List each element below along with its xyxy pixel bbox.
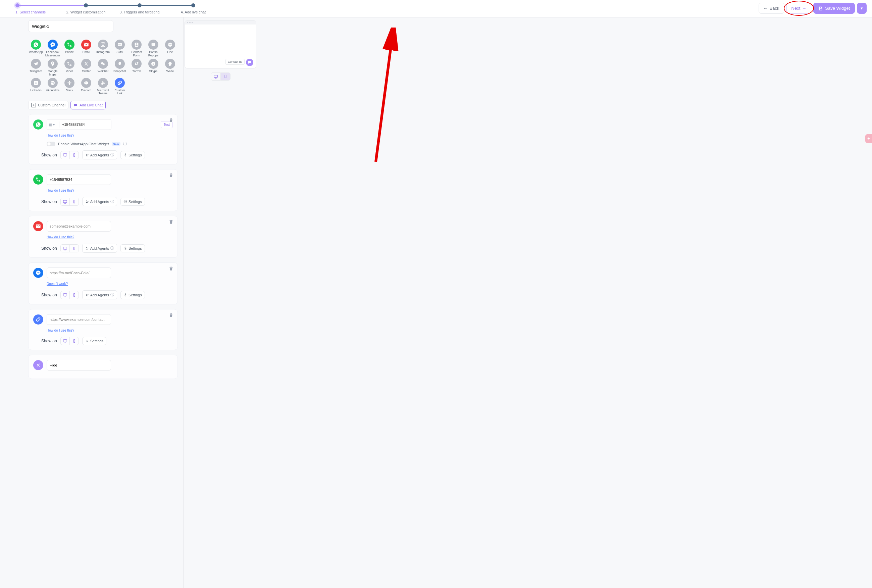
- device-toggle[interactable]: [60, 337, 79, 345]
- add-live-chat-chip[interactable]: Add Live Chat: [70, 100, 106, 110]
- step-1[interactable]: 1. Select channels: [5, 3, 59, 17]
- save-widget-dropdown[interactable]: ▾: [857, 3, 867, 14]
- doesnt-work-link[interactable]: Doesn't work?: [46, 282, 68, 286]
- channel-vk[interactable]: Vkontakte: [45, 78, 60, 96]
- delete-button[interactable]: [169, 266, 174, 272]
- settings-button[interactable]: Settings: [82, 337, 107, 345]
- whatsapp-number-input[interactable]: [59, 123, 111, 126]
- email-field[interactable]: [46, 221, 111, 232]
- show-on-label: Show on: [41, 200, 57, 204]
- skype-icon: [148, 59, 158, 69]
- desktop-icon[interactable]: [61, 337, 69, 345]
- delete-button[interactable]: [169, 219, 174, 225]
- preview-desktop-tab[interactable]: [211, 72, 221, 81]
- preview-contact-pill: Contact us: [225, 59, 244, 65]
- settings-button[interactable]: Settings: [120, 291, 145, 299]
- channel-tiktok[interactable]: TikTok: [129, 59, 144, 76]
- channel-poptin[interactable]: Poptin Popups: [145, 40, 161, 57]
- whatsapp-number-field[interactable]: ▦ ▾: [46, 119, 111, 130]
- step-4[interactable]: 4. Add live chat: [166, 3, 220, 17]
- country-flag-picker[interactable]: ▦ ▾: [47, 122, 59, 128]
- widget-preview: Contact us: [184, 20, 256, 69]
- phone-number-field[interactable]: [46, 174, 111, 185]
- desktop-icon[interactable]: [61, 152, 69, 159]
- mobile-icon[interactable]: [69, 244, 78, 252]
- device-toggle[interactable]: [60, 291, 79, 299]
- mobile-icon[interactable]: [69, 152, 78, 159]
- channel-custom[interactable]: Custom Link: [112, 78, 127, 96]
- channel-contact[interactable]: Contact Form: [129, 40, 144, 57]
- step-2[interactable]: 2. Widget customization: [59, 3, 113, 17]
- channel-phone[interactable]: Phone: [62, 40, 77, 57]
- widget-name-input[interactable]: [28, 20, 113, 32]
- delete-button[interactable]: [169, 118, 174, 123]
- delete-button[interactable]: [169, 313, 174, 318]
- whatsapp-card: ▦ ▾ Test How do I use this? Enable Whats…: [28, 114, 178, 165]
- how-use-link[interactable]: How do I use this?: [46, 328, 74, 332]
- add-agents-button[interactable]: Add Agents ⓘ: [82, 290, 117, 299]
- mobile-icon[interactable]: [69, 198, 78, 206]
- discord-icon: [81, 78, 91, 88]
- phone-number-input[interactable]: [47, 177, 111, 182]
- device-toggle[interactable]: [60, 244, 79, 252]
- twitter-icon: [81, 59, 91, 69]
- channel-discord[interactable]: Discord: [78, 78, 94, 96]
- custom-channel-chip[interactable]: +Custom Channel: [28, 100, 69, 110]
- channel-waze[interactable]: Waze: [162, 59, 178, 76]
- back-button[interactable]: ←Back: [759, 3, 784, 14]
- channel-gmaps[interactable]: Google Maps: [45, 59, 60, 76]
- desktop-icon[interactable]: [61, 291, 69, 299]
- channel-wechat[interactable]: WeChat: [95, 59, 111, 76]
- desktop-icon[interactable]: [61, 198, 69, 206]
- settings-button[interactable]: Settings: [120, 244, 145, 252]
- messenger-field[interactable]: [46, 267, 111, 278]
- how-use-link[interactable]: How do I use this?: [46, 235, 74, 239]
- channel-viber[interactable]: Viber: [62, 59, 77, 76]
- channel-telegram[interactable]: Telegram: [28, 59, 43, 76]
- next-button[interactable]: Next→: [787, 3, 812, 14]
- wa-chat-toggle[interactable]: [46, 142, 55, 146]
- desktop-icon[interactable]: [61, 244, 69, 252]
- email-input[interactable]: [47, 224, 111, 228]
- channel-email[interactable]: Email: [78, 40, 94, 57]
- customlink-field[interactable]: [46, 314, 111, 325]
- hide-input[interactable]: [47, 363, 111, 367]
- delete-button[interactable]: [169, 173, 174, 178]
- channel-slack[interactable]: Slack: [62, 78, 77, 96]
- mobile-icon[interactable]: [69, 337, 78, 345]
- channel-linkedin[interactable]: Linkedin: [28, 78, 43, 96]
- channel-line[interactable]: Line: [162, 40, 178, 57]
- device-toggle[interactable]: [60, 198, 79, 206]
- customlink-input[interactable]: [47, 318, 111, 321]
- messenger-input[interactable]: [47, 271, 111, 275]
- add-agents-button[interactable]: Add Agents ⓘ: [82, 150, 117, 159]
- how-use-link[interactable]: How do I use this?: [46, 189, 74, 192]
- hide-field[interactable]: [46, 360, 111, 370]
- custom-icon: [115, 78, 125, 88]
- svg-line-39: [376, 34, 393, 162]
- add-agents-button[interactable]: Add Agents ⓘ: [82, 244, 117, 253]
- link-icon: [33, 315, 43, 324]
- channel-messenger[interactable]: Facebook Messenger: [45, 40, 60, 57]
- how-use-link[interactable]: How do I use this?: [46, 134, 74, 137]
- tiktok-icon: [132, 59, 142, 69]
- save-icon: [818, 6, 823, 11]
- channel-teams[interactable]: Microsoft Teams: [95, 78, 111, 96]
- channel-skype[interactable]: Skype: [145, 59, 161, 76]
- save-widget-button[interactable]: Save Widget: [813, 3, 855, 14]
- mobile-icon[interactable]: [69, 291, 78, 299]
- add-agents-button[interactable]: Add Agents ⓘ: [82, 197, 117, 206]
- channel-instagram[interactable]: Instagram: [95, 40, 111, 57]
- device-toggle[interactable]: [60, 151, 79, 159]
- channel-sms[interactable]: SMS: [112, 40, 127, 57]
- settings-button[interactable]: Settings: [120, 198, 145, 206]
- channel-snapchat[interactable]: Snapchat: [112, 59, 127, 76]
- line-icon: [165, 40, 175, 50]
- channel-twitter[interactable]: Twitter: [78, 59, 94, 76]
- info-icon[interactable]: ⓘ: [123, 141, 127, 146]
- preview-mobile-tab[interactable]: [221, 72, 231, 81]
- settings-button[interactable]: Settings: [120, 151, 145, 159]
- step-3[interactable]: 3. Triggers and targeting: [113, 3, 166, 17]
- side-badge[interactable]: ✦: [865, 134, 872, 143]
- channel-whatsapp[interactable]: WhatsApp: [28, 40, 43, 57]
